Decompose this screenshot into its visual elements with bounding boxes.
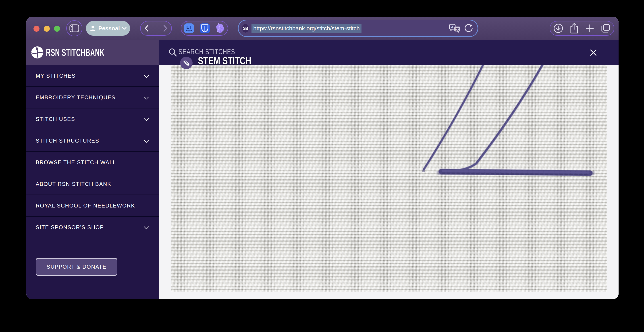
navigation-buttons [140,21,172,36]
window-actions-group [550,21,614,36]
nav-divider [156,24,156,32]
chevron-down-icon [144,116,149,121]
sidebar-item-browse-the-stitch-wall[interactable]: BROWSE THE STITCH WALL [26,151,159,173]
chevron-down-icon [144,224,149,229]
sidebar-item-label: EMBROIDERY TECHNIQUES [36,94,116,101]
sidebar-item-label: ABOUT RSN STITCH BANK [36,181,111,187]
sidebar-nav: MY STITCHES EMBROIDERY TECHNIQUES STITCH… [26,65,159,299]
page-content [159,65,618,299]
url-text[interactable]: https://rsnstitchbank.org/stitch/stem-st… [252,24,362,33]
chevron-down-icon [144,73,149,78]
site-favicon: SB [242,24,249,32]
svg-text:文: 文 [456,27,459,31]
search-icon[interactable] [168,48,178,57]
sidebar-item-site-sponsor-s-shop[interactable]: SITE SPONSOR'S SHOP [26,216,159,238]
extensions-group: LT [181,21,228,36]
sidebar-item-stitch-structures[interactable]: STITCH STRUCTURES [26,130,159,151]
sidebar-item-label: BROWSE THE STITCH WALL [36,159,116,166]
browser-toolbar: Pessoal LT [26,17,618,40]
page-title: STEM STITCH [198,55,251,67]
obsidian-icon[interactable] [215,23,225,34]
chevron-down-icon [144,138,149,143]
sidebar-item-label: STITCH USES [36,116,75,122]
tabs-icon[interactable] [600,23,611,34]
languagetool-icon[interactable]: LT [184,23,194,34]
sidebar-item-embroidery-techniques[interactable]: EMBROIDERY TECHNIQUES [26,86,159,108]
new-tab-icon[interactable] [585,24,594,33]
download-icon[interactable] [553,23,564,34]
sidebar-item-my-stitches[interactable]: MY STITCHES [26,65,159,86]
sidebar-item-royal-school-of-needlework[interactable]: ROYAL SCHOOL OF NEEDLEWORK [26,194,159,216]
sidebar-item-stitch-uses[interactable]: STITCH USES [26,108,159,130]
close-icon[interactable] [590,49,597,56]
zoom-window-button[interactable] [54,26,60,32]
svg-text:LT: LT [186,25,192,30]
share-icon[interactable] [570,23,579,34]
reload-icon[interactable] [464,24,474,33]
browser-window: Pessoal LT [26,17,618,299]
sidebar-items: MY STITCHES EMBROIDERY TECHNIQUES STITCH… [26,65,159,238]
stem-stitch-badge-icon [180,57,192,69]
svg-text:A: A [451,25,454,29]
sidebar-item-about-rsn-stitch-bank[interactable]: ABOUT RSN STITCH BANK [26,173,159,194]
support-donate-button[interactable]: SUPPORT & DONATE [36,258,117,276]
site-logo-band[interactable]: RSN STITCHBANK [26,40,159,65]
sidebar-item-label: STITCH STRUCTURES [36,138,99,144]
sidebar-toggle-icon [70,24,79,32]
sidebar-item-label: SITE SPONSOR'S SHOP [36,224,104,230]
forward-icon[interactable] [162,24,168,32]
sidebar-item-label: ROYAL SCHOOL OF NEEDLEWORK [36,202,135,209]
close-window-button[interactable] [34,26,40,32]
back-icon[interactable] [144,24,150,32]
profile-button[interactable]: Pessoal [86,21,130,36]
sidebar-item-label: MY STITCHES [36,73,76,79]
donate-container: SUPPORT & DONATE [26,238,159,282]
translate-icon[interactable]: A 文 [449,24,460,33]
minimize-window-button[interactable] [44,26,50,32]
stem-stitch-video[interactable] [171,65,607,292]
favicon-text: SB [243,26,248,31]
site-logo-text: RSN STITCHBANK [46,46,104,58]
rsn-needle-logo-icon [31,46,43,58]
user-icon [90,25,96,32]
embroidery-threads [171,65,607,292]
profile-label: Pessoal [98,25,120,32]
address-bar[interactable]: SB https://rsnstitchbank.org/stitch/stem… [238,20,478,37]
chevron-down-icon [122,27,126,30]
chevron-down-icon [144,94,149,100]
bitwarden-icon[interactable] [200,23,210,34]
search-stitches-header: SEARCH STITCHES STEM STITCH [159,40,618,65]
sidebar-toggle-button[interactable] [66,20,82,36]
